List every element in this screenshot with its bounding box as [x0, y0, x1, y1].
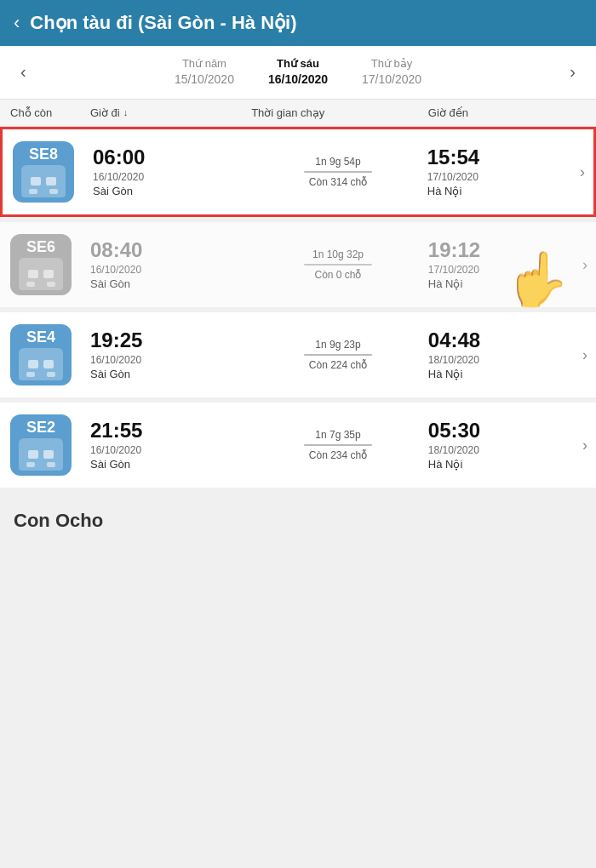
row-chevron-icon: ›: [580, 163, 585, 180]
train-body: [19, 438, 63, 471]
train-wheels: [26, 372, 55, 377]
train-icon-cell: SE2: [10, 414, 87, 476]
arrive-time: 04:48: [428, 328, 480, 352]
train-icon: SE4: [10, 324, 72, 385]
duration-text: 1n 9g 23p: [315, 339, 360, 351]
con-ocho-section: Con Ocho: [0, 493, 596, 549]
depart-date: 16/10/2020: [90, 354, 248, 366]
date-selector: ‹ Thứ năm15/10/2020Thứ sáu16/10/2020Thứ …: [0, 46, 596, 100]
depart-station: Sài Gòn: [93, 185, 249, 197]
duration-info: 1n 9g 23p Còn 224 chỗ: [251, 339, 425, 371]
duration-info: 1n 10g 32p Còn 0 chỗ: [251, 248, 425, 281]
sort-icon: ↓: [123, 107, 129, 117]
train-row[interactable]: SE2 21:55 16/10/2020 Sài Gòn 1n 7g 35p: [0, 403, 596, 488]
arrive-time: 19:12: [428, 238, 480, 262]
row-chevron-icon: ›: [582, 345, 587, 363]
train-id-label: SE6: [26, 238, 55, 256]
col-depart[interactable]: Giờ đi ↓: [90, 106, 248, 119]
train-icon-cell: SE6: [10, 234, 87, 295]
train-row[interactable]: SE4 19:25 16/10/2020 Sài Gòn 1n 9g 23p: [0, 312, 596, 397]
train-icon-cell: SE8: [13, 141, 89, 203]
row-chevron-icon: ›: [582, 436, 587, 454]
duration-text: 1n 9g 54p: [315, 156, 360, 168]
train-wheel: [26, 372, 35, 377]
col-arrive: Giờ đến: [428, 106, 586, 119]
train-icon: SE2: [10, 414, 72, 476]
back-button[interactable]: ‹: [14, 12, 20, 34]
arrival-info: 19:12 17/10/2020 Hà Nội: [428, 238, 586, 290]
train-wheels: [26, 462, 55, 467]
arrive-date: 18/10/2020: [428, 354, 479, 366]
train-window: [43, 360, 54, 368]
duration-text: 1n 10g 32p: [312, 248, 364, 260]
depart-date: 16/10/2020: [93, 171, 249, 183]
duration-line: [304, 264, 372, 266]
duration-line: [304, 444, 372, 446]
train-body: [21, 165, 66, 197]
page-title: Chọn tàu đi (Sài Gòn - Hà Nội): [30, 12, 296, 34]
train-body: [19, 258, 63, 290]
train-wheel: [49, 189, 58, 194]
date-item[interactable]: Thứ sáu16/10/2020: [268, 56, 328, 89]
con-ocho-text: Con Ocho: [14, 510, 103, 531]
arrival-info: 05:30 18/10/2020 Hà Nội: [428, 419, 586, 471]
train-wheel: [47, 282, 55, 287]
arrive-station: Hà Nội: [427, 185, 462, 197]
dates-container: Thứ năm15/10/2020Thứ sáu16/10/2020Thứ bả…: [33, 56, 564, 89]
train-id-label: SE8: [29, 146, 58, 163]
train-window: [28, 270, 38, 278]
depart-station: Sài Gòn: [90, 277, 248, 290]
train-body: [19, 348, 63, 380]
duration-line: [304, 171, 372, 173]
duration-line: [304, 354, 372, 356]
depart-time: 21:55: [90, 419, 248, 443]
prev-date-button[interactable]: ‹: [14, 59, 33, 85]
train-window: [43, 450, 54, 459]
train-row[interactable]: SE8 06:00 16/10/2020 Sài Gòn 1n 9g 54p: [0, 127, 596, 217]
train-wheel: [29, 189, 37, 194]
train-windows: [28, 270, 54, 278]
date-item[interactable]: Thứ bảy17/10/2020: [362, 56, 421, 89]
date-item[interactable]: Thứ năm15/10/2020: [175, 56, 234, 89]
depart-time: 19:25: [90, 328, 248, 352]
train-wheel: [26, 462, 35, 467]
arrival-info: 04:48 18/10/2020 Hà Nội: [428, 328, 586, 380]
depart-date: 16/10/2020: [90, 264, 248, 276]
train-icon: SE8: [13, 141, 74, 203]
depart-station: Sài Gòn: [90, 368, 248, 380]
train-window: [31, 177, 41, 186]
arrive-date: 17/10/2020: [428, 264, 479, 276]
departure-info: 19:25 16/10/2020 Sài Gòn: [90, 328, 248, 380]
table-header: Chỗ còn Giờ đi ↓ Thời gian chạy Giờ đến: [0, 100, 596, 127]
seats-text: Còn 234 chỗ: [309, 449, 367, 461]
arrival-info: 15:54 17/10/2020 Hà Nội: [427, 146, 583, 197]
train-wheels: [26, 282, 55, 287]
duration-info: 1n 7g 35p Còn 234 chỗ: [251, 429, 425, 461]
arrive-station: Hà Nội: [428, 368, 463, 380]
duration-text: 1n 7g 35p: [315, 429, 360, 441]
train-wheel: [26, 282, 35, 287]
next-date-button[interactable]: ›: [563, 59, 582, 85]
train-row[interactable]: SE6 08:40 16/10/2020 Sài Gòn 1n 10g 32p: [0, 222, 596, 307]
depart-station: Sài Gòn: [90, 458, 248, 471]
header: ‹ Chọn tàu đi (Sài Gòn - Hà Nội): [0, 0, 596, 46]
arrive-station: Hà Nội: [428, 277, 463, 290]
col-duration: Thời gian chạy: [251, 106, 425, 119]
col-seats: Chỗ còn: [10, 106, 87, 119]
train-window: [28, 450, 38, 459]
arrive-date: 17/10/2020: [427, 171, 479, 183]
seats-text: Còn 0 chỗ: [314, 269, 361, 281]
train-window: [43, 270, 54, 278]
train-wheel: [47, 372, 55, 377]
train-window: [28, 360, 38, 368]
depart-date: 16/10/2020: [90, 444, 248, 456]
arrive-time: 05:30: [428, 419, 480, 443]
departure-info: 08:40 16/10/2020 Sài Gòn: [90, 238, 248, 290]
train-wheel: [47, 462, 55, 467]
seats-text: Còn 314 chỗ: [309, 176, 367, 188]
train-wheels: [29, 189, 58, 194]
duration-info: 1n 9g 54p Còn 314 chỗ: [252, 156, 424, 188]
departure-info: 21:55 16/10/2020 Sài Gòn: [90, 419, 248, 471]
train-list: SE8 06:00 16/10/2020 Sài Gòn 1n 9g 54p: [0, 127, 596, 488]
train-id-label: SE4: [26, 328, 55, 346]
